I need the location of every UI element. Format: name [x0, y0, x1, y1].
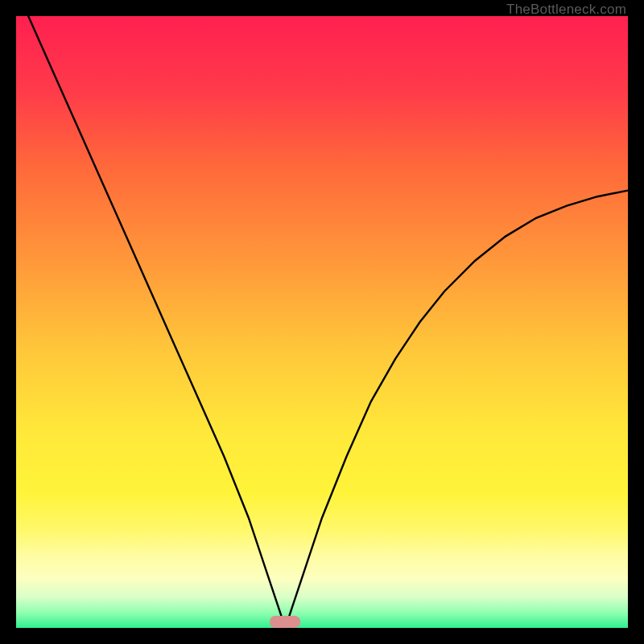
gradient-background	[16, 16, 628, 628]
plot-area	[16, 16, 628, 628]
watermark-text: TheBottleneck.com	[506, 2, 626, 18]
chart-frame: TheBottleneck.com	[0, 0, 644, 644]
optimum-marker	[270, 616, 300, 628]
svg-rect-0	[16, 16, 628, 628]
